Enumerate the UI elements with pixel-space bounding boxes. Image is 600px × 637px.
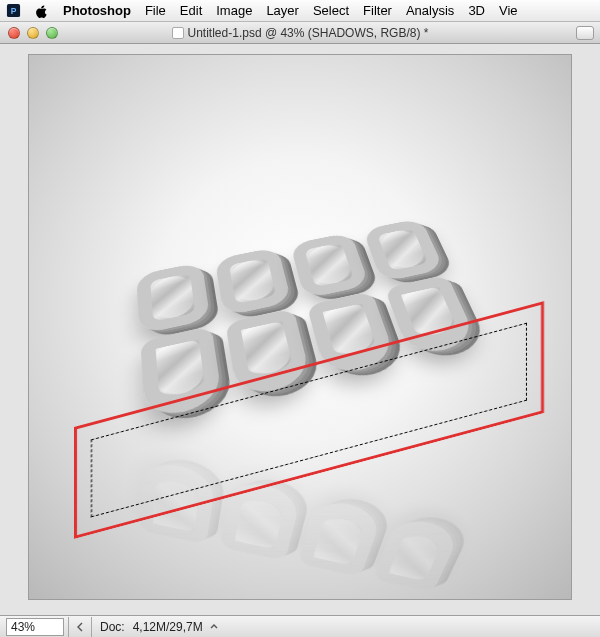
zoom-level-field[interactable]: 43%: [6, 618, 64, 636]
status-separator: [68, 617, 69, 637]
apple-icon[interactable]: [35, 4, 49, 18]
window-title-text: Untitled-1.psd @ 43% (SHADOWS, RGB/8) *: [188, 26, 429, 40]
document-window: Untitled-1.psd @ 43% (SHADOWS, RGB/8) *: [0, 22, 600, 637]
zoom-value: 43%: [11, 620, 35, 634]
system-menubar: P Photoshop File Edit Image Layer Select…: [0, 0, 600, 22]
artwork-reflection: [28, 338, 572, 600]
doc-size-value: 4,12M/29,7M: [129, 620, 207, 634]
menu-analysis[interactable]: Analysis: [406, 3, 454, 18]
status-chevron-left-icon[interactable]: [73, 620, 87, 634]
window-controls: [0, 27, 58, 39]
doc-size-label: Doc:: [96, 620, 129, 634]
minimize-button[interactable]: [27, 27, 39, 39]
status-bar: 43% Doc: 4,12M/29,7M: [0, 615, 600, 637]
zoom-button[interactable]: [46, 27, 58, 39]
canvas-area: [0, 44, 600, 615]
close-button[interactable]: [8, 27, 20, 39]
titlebar-pill-button[interactable]: [576, 26, 594, 40]
menu-filter[interactable]: Filter: [363, 3, 392, 18]
menu-layer[interactable]: Layer: [266, 3, 299, 18]
document-proxy-icon: [172, 27, 184, 39]
menu-photoshop[interactable]: Photoshop: [63, 3, 131, 18]
menu-view[interactable]: Vie: [499, 3, 518, 18]
ps-app-icon: P: [6, 3, 21, 18]
menu-edit[interactable]: Edit: [180, 3, 202, 18]
window-title: Untitled-1.psd @ 43% (SHADOWS, RGB/8) *: [0, 26, 600, 40]
window-titlebar[interactable]: Untitled-1.psd @ 43% (SHADOWS, RGB/8) *: [0, 22, 600, 44]
status-separator: [91, 617, 92, 637]
menu-3d[interactable]: 3D: [468, 3, 485, 18]
menu-select[interactable]: Select: [313, 3, 349, 18]
svg-text:P: P: [11, 6, 17, 16]
menu-image[interactable]: Image: [216, 3, 252, 18]
menu-file[interactable]: File: [145, 3, 166, 18]
status-popup-icon[interactable]: [207, 620, 221, 634]
document-canvas[interactable]: [28, 54, 572, 600]
